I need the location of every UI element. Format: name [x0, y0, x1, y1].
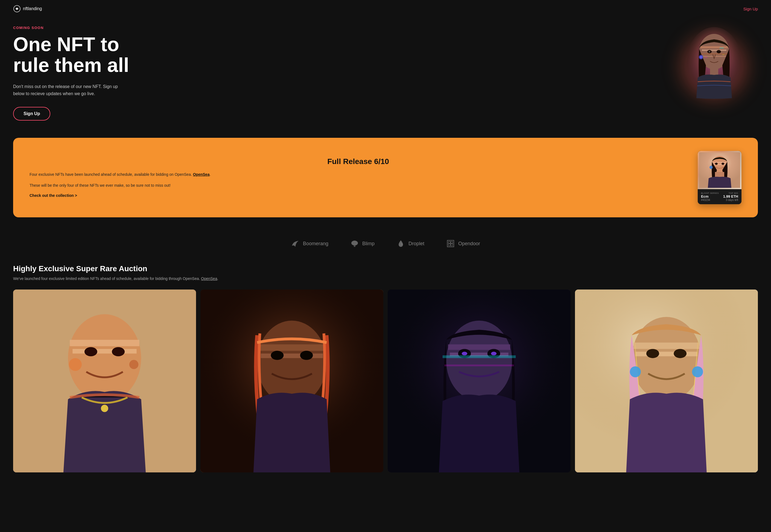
nft-bid-label: TOP BID [723, 192, 738, 194]
svg-point-40 [101, 405, 108, 412]
hero-title-line1: One NFT to [13, 33, 119, 55]
svg-rect-62 [633, 343, 699, 349]
hero-description: Don't miss out on the release of our new… [13, 83, 122, 97]
auction-section: Highly Exclusive Super Rare Auction We'v… [0, 264, 771, 489]
blimp-icon [350, 239, 359, 248]
svg-point-8 [717, 50, 721, 53]
svg-rect-44 [259, 344, 325, 351]
svg-rect-13 [720, 48, 724, 48]
auction-nft-art-2 [200, 290, 383, 472]
partner-droplet-label: Droplet [408, 241, 424, 247]
hero-title-line2: rule them all [13, 54, 129, 76]
svg-point-33 [68, 314, 141, 402]
svg-rect-25 [354, 245, 355, 247]
auction-card-3[interactable] [388, 290, 571, 472]
navbar: nftlanding Sign Up [0, 0, 771, 17]
auction-grid [13, 290, 758, 472]
hero-signup-button[interactable]: Sign Up [13, 107, 50, 121]
opensea-link-2[interactable]: OpenSea [201, 276, 217, 281]
svg-point-36 [84, 347, 97, 356]
hero-image-container [670, 23, 758, 121]
partner-blimp-label: Blimp [362, 241, 375, 247]
nft-series-name: Ecm [701, 194, 719, 198]
release-nft-art [699, 152, 740, 188]
svg-point-67 [692, 366, 703, 377]
svg-rect-31 [451, 244, 453, 246]
svg-rect-51 [448, 344, 510, 350]
partner-opendoor-label: Opendoor [458, 241, 480, 247]
svg-rect-63 [635, 352, 697, 356]
nft-time-left: 3 days left [723, 198, 738, 201]
svg-rect-57 [443, 355, 516, 358]
auction-card-4[interactable] [575, 290, 758, 472]
hero-title: One NFT to rule them all [13, 34, 129, 75]
release-card-content: Full Release 6/10 Four exclusive NFTs ha… [30, 157, 687, 198]
partner-droplet: Droplet [396, 239, 424, 248]
svg-rect-45 [261, 353, 323, 358]
svg-rect-4 [702, 49, 726, 51]
release-nft-info: BLOOP SERIES Ecm #43234 TOP BID 1.99 ETH… [698, 189, 741, 204]
release-nft-image [698, 151, 741, 189]
svg-point-11 [700, 56, 702, 59]
svg-rect-34 [70, 340, 139, 346]
auction-description: We've launched four exclusive limited ed… [13, 276, 758, 281]
partners-section: Boomerang Blimp Droplet Opendoor [0, 234, 771, 264]
nft-bid-value: 1.99 ETH [723, 194, 738, 198]
hero-nft-figure [679, 23, 750, 116]
svg-point-9 [709, 51, 710, 52]
nft-id: #43234 [701, 198, 719, 201]
svg-point-38 [69, 358, 82, 371]
nft-series-label: BLOOP SERIES [701, 192, 719, 194]
opensea-link-1[interactable]: OpenSea [193, 172, 210, 177]
svg-point-21 [722, 163, 724, 165]
svg-point-65 [674, 349, 687, 358]
opendoor-icon [446, 239, 455, 248]
svg-rect-15 [722, 54, 725, 55]
svg-point-39 [129, 360, 138, 369]
svg-point-43 [257, 321, 326, 405]
svg-point-46 [271, 351, 284, 360]
droplet-icon [396, 239, 405, 248]
svg-point-55 [462, 352, 467, 355]
hero-content: COMING SOON One NFT to rule them all Don… [13, 23, 129, 121]
svg-point-22 [709, 166, 713, 169]
svg-rect-28 [448, 241, 450, 243]
boomerang-icon [291, 239, 300, 248]
partner-boomerang: Boomerang [291, 239, 328, 248]
svg-point-20 [715, 163, 718, 165]
partner-blimp: Blimp [350, 239, 375, 248]
svg-rect-6 [701, 56, 727, 57]
release-nft-card: BLOOP SERIES Ecm #43234 TOP BID 1.99 ETH… [698, 151, 741, 204]
svg-point-47 [300, 351, 313, 360]
svg-rect-29 [451, 241, 453, 243]
svg-rect-18 [713, 162, 726, 163]
svg-rect-35 [72, 349, 136, 353]
auction-nft-art-1 [13, 290, 196, 472]
auction-card-2[interactable] [200, 290, 383, 472]
release-paragraph1: Four exclusive NFTs have been launched a… [30, 171, 687, 178]
svg-point-56 [491, 352, 497, 355]
svg-point-24 [351, 241, 358, 245]
collection-link[interactable]: Check out the collection > [30, 193, 77, 198]
release-paragraph2: These will be the only four of these NFT… [30, 182, 687, 189]
hero-section: COMING SOON One NFT to rule them all Don… [0, 17, 771, 138]
logo-icon [13, 5, 21, 13]
auction-card-1[interactable] [13, 290, 196, 472]
logo: nftlanding [13, 5, 42, 13]
auction-nft-art-4 [575, 290, 758, 472]
coming-soon-badge: COMING SOON [13, 26, 129, 30]
svg-point-66 [630, 366, 641, 377]
release-section: Full Release 6/10 Four exclusive NFTs ha… [0, 138, 771, 234]
svg-rect-58 [444, 364, 514, 366]
hero-nft-illustration [681, 24, 747, 115]
logo-text: nftlanding [23, 6, 42, 11]
nav-signup-link[interactable]: Sign Up [743, 7, 758, 11]
svg-point-37 [112, 347, 125, 356]
svg-point-26 [401, 243, 403, 245]
svg-rect-14 [705, 57, 707, 58]
auction-nft-art-3 [388, 290, 571, 472]
svg-point-64 [646, 349, 659, 358]
release-card: Full Release 6/10 Four exclusive NFTs ha… [13, 138, 758, 217]
svg-rect-30 [448, 244, 450, 246]
partner-boomerang-label: Boomerang [303, 241, 328, 247]
